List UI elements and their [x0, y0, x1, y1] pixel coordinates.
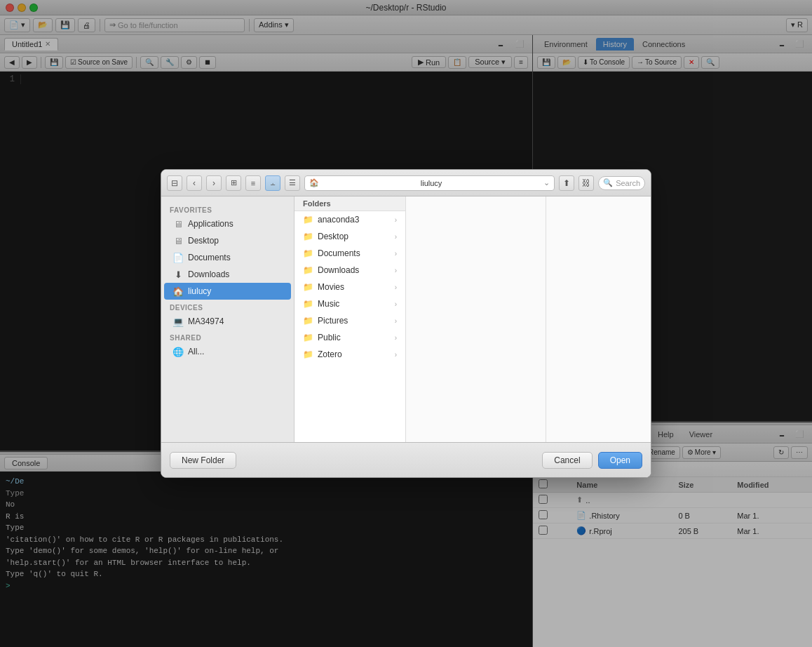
dialog-main: Folders 📁 anaconda3 › 📁 Desktop › [295, 196, 405, 442]
location-chevron: ⌄ [543, 178, 550, 187]
dialog-link-button[interactable]: ⛓ [578, 175, 594, 191]
liulucy-label: liulucy [188, 286, 211, 296]
folder-arrow-icon: › [395, 351, 397, 359]
folder-item-anaconda3[interactable]: 📁 anaconda3 › [295, 211, 405, 228]
folder-icon-public: 📁 [303, 333, 313, 342]
folder-icon-anaconda3: 📁 [303, 215, 313, 225]
folder-item-pictures[interactable]: 📁 Pictures › [295, 312, 405, 329]
cancel-label: Cancel [554, 455, 580, 465]
folder-item-left: 📁 anaconda3 [303, 215, 359, 225]
downloads-label: Downloads [188, 269, 229, 279]
folder-icon-documents: 📁 [303, 248, 313, 258]
folder-arrow-icon: › [395, 334, 397, 342]
cancel-button[interactable]: Cancel [542, 452, 592, 469]
folder-item-left: 📁 Movies [303, 282, 344, 292]
folder-item-public[interactable]: 📁 Public › [295, 329, 405, 346]
new-folder-dialog-button[interactable]: New Folder [170, 452, 236, 469]
folder-item-left: 📁 Downloads [303, 265, 359, 275]
folder-arrow-icon: › [395, 216, 397, 224]
dialog-toolbar: ⊟ ‹ › ⊞ ≡ ⫠ ☰ 🏠 liulucy ⌄ ⬆ ⛓ 🔍 Search [161, 170, 651, 196]
view-coverflow-button[interactable]: ☰ [285, 175, 300, 191]
folders-header: Folders [295, 196, 405, 211]
view-columns-button[interactable]: ⫠ [265, 175, 280, 191]
folder-icon-desktop: 📁 [303, 232, 313, 241]
ma34974-label: MA34974 [188, 316, 224, 326]
sidebar-item-downloads[interactable]: ⬇ Downloads [164, 266, 291, 283]
dialog-sidebar: Favorites 🖥 Applications 🖥 Desktop 📄 Doc… [161, 196, 295, 442]
devices-section-title: Devices [161, 300, 294, 313]
folder-icon-downloads: 📁 [303, 265, 313, 275]
open-label: Open [610, 455, 630, 465]
sidebar-item-all[interactable]: 🌐 All... [164, 343, 291, 360]
folder-name-documents: Documents [318, 248, 360, 258]
folder-item-music[interactable]: 📁 Music › [295, 295, 405, 312]
all-label: All... [188, 347, 204, 356]
folder-name-public: Public [318, 333, 341, 342]
folder-name-music: Music [318, 299, 339, 309]
desktop-label: Desktop [188, 236, 219, 246]
dialog-body: Favorites 🖥 Applications 🖥 Desktop 📄 Doc… [161, 196, 651, 442]
applications-icon: 🖥 [172, 218, 184, 229]
applications-label: Applications [188, 219, 234, 229]
folder-name-downloads: Downloads [318, 265, 359, 275]
folder-item-documents[interactable]: 📁 Documents › [295, 245, 405, 262]
dialog-forward-button[interactable]: › [206, 175, 222, 191]
search-placeholder: Search [616, 179, 640, 187]
dialog-action-buttons: Cancel Open [542, 452, 642, 469]
dialog-search-box[interactable]: 🔍 Search [598, 176, 645, 190]
folder-icon-zotero: 📁 [303, 349, 313, 359]
dialog-location-bar[interactable]: 🏠 liulucy ⌄ [304, 175, 555, 191]
folder-item-left: 📁 Documents [303, 248, 360, 258]
harddrive-icon: 💻 [172, 316, 184, 327]
folder-item-desktop[interactable]: 📁 Desktop › [295, 228, 405, 245]
folder-item-left: 📁 Zotero [303, 349, 342, 359]
folder-icon-movies: 📁 [303, 282, 313, 292]
shared-section-title: Shared [161, 330, 294, 343]
folder-item-downloads[interactable]: 📁 Downloads › [295, 262, 405, 279]
location-text: liulucy [421, 179, 442, 187]
open-button[interactable]: Open [598, 452, 642, 469]
folder-arrow-icon: › [395, 267, 397, 274]
folder-name-anaconda3: anaconda3 [318, 215, 359, 225]
search-icon: 🔍 [603, 178, 613, 187]
dialog-sidebar-toggle[interactable]: ⊟ [167, 175, 182, 191]
folder-arrow-icon: › [395, 317, 397, 325]
new-folder-dialog-label: New Folder [182, 455, 224, 465]
folder-arrow-icon: › [395, 233, 397, 241]
downloads-icon: ⬇ [172, 269, 184, 280]
user-icon: 🏠 [172, 286, 184, 297]
network-icon: 🌐 [172, 346, 184, 357]
dialog-column-2 [405, 196, 546, 442]
open-file-dialog: ⊟ ‹ › ⊞ ≡ ⫠ ☰ 🏠 liulucy ⌄ ⬆ ⛓ 🔍 Search F… [161, 169, 651, 478]
desktop-icon: 🖥 [172, 235, 184, 246]
view-icons-button[interactable]: ⊞ [226, 175, 241, 191]
sidebar-item-ma34974[interactable]: 💻 MA34974 [164, 313, 291, 330]
sidebar-item-documents[interactable]: 📄 Documents [164, 249, 291, 266]
folder-icon-pictures: 📁 [303, 316, 313, 326]
folder-name-movies: Movies [318, 282, 344, 292]
documents-icon: 📄 [172, 252, 184, 263]
folder-item-movies[interactable]: 📁 Movies › [295, 279, 405, 295]
folder-item-left: 📁 Desktop [303, 232, 349, 241]
sidebar-item-applications[interactable]: 🖥 Applications [164, 215, 291, 232]
folder-name-pictures: Pictures [318, 316, 348, 326]
dialog-back-button[interactable]: ‹ [187, 175, 202, 191]
dialog-upload-button[interactable]: ⬆ [559, 175, 574, 191]
folder-name-zotero: Zotero [318, 349, 342, 359]
folder-arrow-icon: › [395, 284, 397, 291]
sidebar-item-desktop[interactable]: 🖥 Desktop [164, 232, 291, 249]
sidebar-item-liulucy[interactable]: 🏠 liulucy [164, 283, 291, 300]
dialog-overlay: ⊟ ‹ › ⊞ ≡ ⫠ ☰ 🏠 liulucy ⌄ ⬆ ⛓ 🔍 Search F… [0, 0, 812, 647]
location-home-icon: 🏠 [309, 178, 319, 187]
folder-item-zotero[interactable]: 📁 Zotero › [295, 346, 405, 363]
folder-arrow-icon: › [395, 300, 397, 308]
dialog-column-3 [546, 196, 651, 442]
folder-icon-music: 📁 [303, 299, 313, 309]
folder-name-desktop: Desktop [318, 232, 349, 241]
documents-label: Documents [188, 253, 231, 262]
folder-item-left: 📁 Pictures [303, 316, 348, 326]
view-list-button[interactable]: ≡ [245, 175, 261, 191]
favorites-section-title: Favorites [161, 202, 294, 215]
folder-item-left: 📁 Music [303, 299, 339, 309]
dialog-footer: New Folder Cancel Open [161, 442, 651, 477]
